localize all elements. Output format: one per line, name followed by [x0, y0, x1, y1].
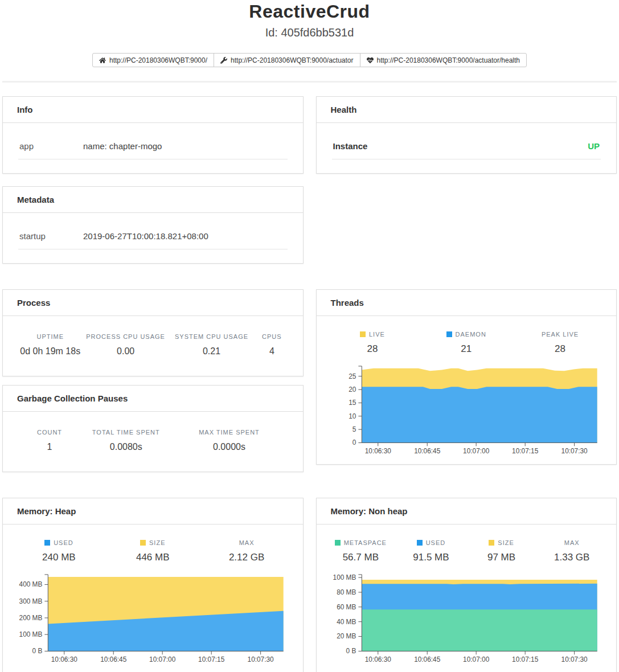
legend-label: PEAK LIVE: [542, 331, 579, 338]
legend-swatch-metaspace: [335, 540, 341, 546]
legend-item-max: MAX 1.33 GB: [536, 539, 607, 563]
legend-label: MAX: [564, 539, 580, 546]
top-grid: Info app name: chapter-mogo Health Insta…: [2, 96, 617, 264]
legend-value: 91.5 MB: [396, 552, 466, 563]
stat-value: 0.00: [83, 346, 167, 357]
stat-value: 0d 0h 19m 18s: [17, 346, 83, 357]
process-stats: UPTIME 0d 0h 19m 18s PROCESS CPU USAGE 0…: [17, 329, 289, 362]
svg-text:300 MB: 300 MB: [19, 597, 43, 605]
svg-text:25: 25: [349, 372, 356, 380]
svg-text:0: 0: [352, 439, 356, 446]
nonheap-legend: METASPACE 56.7 MB USED 91.5 MB SIZE 97 M…: [326, 539, 608, 563]
bottom-grid: Memory: Heap USED 240 MB SIZE 446 MB MAX…: [2, 498, 617, 672]
stat-label: SYSTEM CPU USAGE: [168, 333, 256, 340]
legend-value: 56.7 MB: [326, 552, 396, 563]
health-panel-title: Health: [317, 97, 617, 123]
info-panel: Info app name: chapter-mogo: [2, 96, 304, 174]
health-url-button[interactable]: http://PC-20180306WQBT:9000/actuator/hea…: [360, 53, 527, 67]
metadata-row-startup: startup 2019-06-27T10:00:18.821+08:00: [18, 226, 288, 249]
legend-value: 28: [513, 343, 607, 355]
threads-legend: LIVE 28 DAEMON 21 PEAK LIVE 28: [326, 331, 608, 355]
svg-text:10:06:45: 10:06:45: [414, 447, 441, 455]
stat-label: COUNT: [17, 429, 82, 436]
svg-text:200 MB: 200 MB: [19, 614, 43, 622]
metadata-key: startup: [19, 231, 83, 241]
legend-item-used: USED 91.5 MB: [396, 539, 466, 563]
stat-value: 0.0000s: [170, 442, 288, 452]
legend-item-live: LIVE 28: [326, 331, 420, 355]
legend-label: USED: [426, 539, 446, 546]
gc-panel-title: Garbage Collection Pauses: [3, 386, 303, 412]
svg-text:10:06:30: 10:06:30: [364, 655, 391, 663]
svg-text:0 B: 0 B: [32, 647, 43, 655]
svg-text:10:07:30: 10:07:30: [248, 655, 274, 663]
stat-cpus: CPUS 4: [255, 333, 288, 357]
svg-text:10:07:00: 10:07:00: [463, 655, 490, 663]
stat-uptime: UPTIME 0d 0h 19m 18s: [17, 333, 83, 357]
svg-text:20 MB: 20 MB: [337, 632, 356, 640]
service-url-button[interactable]: http://PC-20180306WQBT:9000/: [92, 53, 214, 67]
legend-value: 1.33 GB: [536, 552, 607, 563]
svg-text:0 B: 0 B: [346, 647, 356, 655]
heartbeat-icon: [367, 57, 374, 64]
stat-value: 4: [255, 346, 288, 357]
home-icon: [99, 57, 106, 64]
section-divider: [2, 81, 617, 83]
info-row-app: app name: chapter-mogo: [18, 136, 288, 159]
page-header: ReactiveCrud Id: 405fd6bb531d http://PC-…: [0, 0, 619, 67]
memory-nonheap-chart: 0 B20 MB40 MB60 MB80 MB100 MB10:06:3010:…: [326, 570, 608, 667]
legend-value: 240 MB: [12, 552, 106, 563]
legend-value: 21: [419, 343, 513, 355]
stat-value: 0.21: [168, 346, 256, 357]
page-title: ReactiveCrud: [0, 1, 619, 22]
legend-label: USED: [54, 539, 73, 546]
svg-text:100 MB: 100 MB: [333, 573, 356, 581]
svg-text:10: 10: [349, 412, 356, 420]
legend-swatch-daemon: [446, 331, 452, 337]
service-url-label: http://PC-20180306WQBT:9000/: [109, 56, 207, 64]
stat-label: TOTAL TIME SPENT: [82, 429, 170, 436]
svg-text:15: 15: [349, 399, 356, 407]
threads-chart: 051015202510:06:3010:06:4510:07:0010:07:…: [326, 362, 608, 458]
info-key: app: [19, 141, 83, 151]
health-row-instance: Instance UP: [332, 136, 601, 159]
stat-gc-count: COUNT 1: [17, 429, 82, 452]
legend-swatch-used: [44, 540, 50, 546]
heap-legend: USED 240 MB SIZE 446 MB MAX 2.12 GB: [12, 539, 294, 563]
legend-label: DAEMON: [456, 331, 486, 338]
stat-system-cpu: SYSTEM CPU USAGE 0.21: [168, 333, 256, 357]
actuator-url-button[interactable]: http://PC-20180306WQBT:9000/actuator: [214, 53, 360, 67]
gc-panel: Garbage Collection Pauses COUNT 1 TOTAL …: [2, 385, 304, 472]
memory-nonheap-panel: Memory: Non heap METASPACE 56.7 MB USED …: [316, 498, 617, 672]
threads-panel-title: Threads: [317, 290, 617, 316]
stat-value: 1: [17, 442, 82, 452]
wrench-icon: [220, 57, 227, 64]
svg-text:40 MB: 40 MB: [337, 618, 356, 626]
metadata-panel: Metadata startup 2019-06-27T10:00:18.821…: [2, 186, 304, 264]
memory-nonheap-panel-title: Memory: Non heap: [317, 498, 617, 525]
svg-text:80 MB: 80 MB: [337, 588, 356, 596]
stat-label: UPTIME: [17, 333, 83, 340]
stat-value: 0.0080s: [82, 442, 170, 452]
legend-swatch-size: [489, 540, 494, 546]
legend-label: LIVE: [369, 331, 385, 338]
health-status-badge: UP: [588, 141, 600, 151]
process-panel-title: Process: [3, 290, 303, 316]
process-panel: Process UPTIME 0d 0h 19m 18s PROCESS CPU…: [2, 289, 304, 376]
info-value: name: chapter-mogo: [83, 141, 162, 151]
health-url-label: http://PC-20180306WQBT:9000/actuator/hea…: [377, 56, 520, 64]
memory-heap-panel: Memory: Heap USED 240 MB SIZE 446 MB MAX…: [2, 498, 304, 672]
svg-text:10:06:45: 10:06:45: [414, 655, 441, 663]
process-gc-stack: Process UPTIME 0d 0h 19m 18s PROCESS CPU…: [2, 289, 304, 472]
legend-value: 97 MB: [466, 552, 537, 563]
legend-value: 2.12 GB: [200, 552, 294, 563]
memory-heap-chart: 0 B100 MB200 MB300 MB400 MB10:06:3010:06…: [12, 570, 294, 667]
svg-text:10:06:45: 10:06:45: [100, 655, 127, 663]
info-panel-title: Info: [3, 97, 303, 123]
legend-swatch-used: [417, 540, 423, 546]
svg-text:10:07:15: 10:07:15: [198, 655, 225, 663]
legend-label: SIZE: [498, 539, 514, 546]
instance-id: Id: 405fd6bb531d: [0, 26, 619, 39]
svg-text:10:06:30: 10:06:30: [51, 655, 78, 663]
svg-text:10:06:30: 10:06:30: [364, 447, 391, 455]
